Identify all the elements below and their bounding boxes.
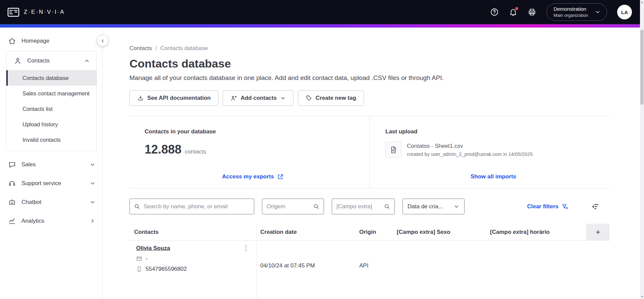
page-subtitle: Manage all of your contacts database in … xyxy=(129,74,609,82)
show-all-imports-link[interactable]: Show all imports xyxy=(471,173,516,180)
sidebar-item-contacts-database[interactable]: Contacts database xyxy=(6,70,97,86)
contact-email: - xyxy=(146,255,148,262)
scrollbar-down-arrow[interactable]: ▼ xyxy=(640,295,644,298)
topbar: Z·E·N·V·I·A xyxy=(0,0,640,24)
line-chart-icon xyxy=(8,217,16,225)
campo-extra-horario-cell xyxy=(487,241,586,299)
organization-subtitle: Main organization xyxy=(553,13,588,18)
filter-columns-icon[interactable] xyxy=(591,203,599,211)
creation-date-select[interactable]: Data de cria... xyxy=(402,199,465,214)
chat-bubble-icon xyxy=(8,161,16,169)
column-header-creation-date[interactable]: Creation date xyxy=(257,224,354,240)
sidebar-item-contacts-list[interactable]: Contacts list xyxy=(6,101,97,117)
breadcrumb-parent[interactable]: Contacts xyxy=(129,45,152,52)
search-icon xyxy=(384,203,390,210)
search-icon xyxy=(313,203,319,210)
create-new-tag-button[interactable]: Create new tag xyxy=(298,90,364,106)
link-label: Access my exports xyxy=(222,173,274,180)
sidebar-group-contacts: Contacts Contacts database Sales contact… xyxy=(6,51,97,151)
last-upload-card: Last upload Contatos - Sheet1.csv create… xyxy=(369,116,609,188)
contact-cell: Olivia Souza ⋮ - xyxy=(129,241,257,299)
contacts-person-icon xyxy=(14,57,22,65)
button-label: See API documentation xyxy=(147,95,211,101)
sidebar-item-homepage[interactable]: Homepage xyxy=(0,32,102,50)
extra-field-input[interactable] xyxy=(336,203,381,210)
contacts-table: Contacts Creation date Origin [Campo ext… xyxy=(129,224,609,299)
clear-filters-link[interactable]: Clear filters xyxy=(527,203,568,210)
sidebar-item-sales[interactable]: Sales xyxy=(0,155,102,174)
button-label: Add contacts xyxy=(240,95,277,101)
scrollbar-up-arrow[interactable]: ▲ xyxy=(640,1,644,4)
breadcrumb-separator: / xyxy=(155,45,157,52)
contacts-count: 12.888 xyxy=(145,142,181,157)
zenvia-logo-icon xyxy=(7,8,19,17)
extra-field-filter[interactable] xyxy=(332,199,395,214)
add-column-button[interactable]: + xyxy=(586,224,609,240)
chevron-down-icon xyxy=(595,9,601,15)
envelope-icon xyxy=(136,256,142,262)
page-title: Contacts database xyxy=(129,57,609,70)
main-content: Contacts / Contacts database Contacts da… xyxy=(103,28,640,299)
add-user-icon xyxy=(230,95,237,101)
filters-row: Data de cria... Clear filters xyxy=(129,199,609,214)
button-label: Create new tag xyxy=(316,95,356,101)
app-window: Z·E·N·V·I·A xyxy=(0,0,640,299)
sidebar-item-contacts[interactable]: Contacts xyxy=(6,51,97,70)
chevron-down-icon xyxy=(90,162,96,168)
sidebar-item-analytics[interactable]: Analytics xyxy=(0,212,102,230)
breadcrumb-current: Contacts database xyxy=(160,45,208,52)
chevron-up-icon xyxy=(84,58,90,64)
add-contacts-button[interactable]: Add contacts xyxy=(223,90,293,106)
row-kebab-menu-icon[interactable]: ⋮ xyxy=(241,244,251,252)
headset-icon xyxy=(8,179,16,187)
window-scrollbar[interactable]: ▲ ▼ xyxy=(640,0,644,299)
notifications-bell-icon[interactable] xyxy=(509,8,518,16)
campo-extra-sexo-cell xyxy=(393,241,487,299)
sidebar-label: Homepage xyxy=(21,38,49,44)
sidebar-item-support-service[interactable]: Support service xyxy=(0,174,102,193)
access-my-exports-link[interactable]: Access my exports xyxy=(222,173,284,180)
zenvia-brand[interactable]: Z·E·N·V·I·A xyxy=(7,8,65,17)
contact-search-field[interactable] xyxy=(129,199,254,214)
select-label: Data de cria... xyxy=(408,203,443,210)
link-label: Show all imports xyxy=(471,173,516,180)
creation-date-cell: 04/10/24 at 07:45 PM xyxy=(257,241,354,299)
organization-selector[interactable]: Demonstration Main organization xyxy=(546,3,607,21)
see-api-documentation-button[interactable]: See API documentation xyxy=(129,90,218,106)
link-label: Clear filters xyxy=(527,203,558,210)
sidebar-item-chatbot[interactable]: Chatbot xyxy=(0,193,102,212)
column-header-campo-extra-horario[interactable]: [Campo extra] horário xyxy=(487,224,586,240)
printer-icon[interactable] xyxy=(528,8,536,16)
organization-name: Demonstration xyxy=(553,6,588,12)
brand-text: Z·E·N·V·I·A xyxy=(24,9,65,15)
export-icon xyxy=(277,173,284,180)
column-header-contacts[interactable]: Contacts xyxy=(129,224,257,240)
search-input[interactable] xyxy=(144,203,250,210)
origin-filter-field[interactable] xyxy=(262,199,324,214)
contacts-count-unit: contacts xyxy=(185,148,206,155)
file-icon xyxy=(385,142,401,158)
sidebar-collapse-button[interactable]: ‹ xyxy=(97,35,108,46)
user-avatar[interactable]: LA xyxy=(617,5,632,19)
api-doc-icon xyxy=(137,95,144,101)
contact-email-line: - xyxy=(136,255,253,262)
robot-icon xyxy=(8,198,16,206)
breadcrumb: Contacts / Contacts database xyxy=(129,45,609,52)
sidebar-item-invalid-contacts[interactable]: Invalid contacts xyxy=(6,132,97,147)
upload-meta: created by user_admin_2_prod@uorak.com i… xyxy=(407,152,533,157)
sidebar-item-sales-contact-management[interactable]: Sales contact management xyxy=(6,86,97,101)
origin-cell: API xyxy=(354,241,393,299)
stats-band: Contacts in your database 12.888 contact… xyxy=(129,116,609,188)
column-header-origin[interactable]: Origin xyxy=(354,224,393,240)
sidebar-item-upload-history[interactable]: Upload history xyxy=(6,117,97,132)
chevron-right-icon xyxy=(90,218,96,224)
funnel-clear-icon xyxy=(561,203,568,210)
scrollbar-thumb[interactable] xyxy=(640,30,644,105)
contact-name-link[interactable]: Olivia Souza xyxy=(136,245,170,251)
origin-input[interactable] xyxy=(267,203,310,210)
column-header-campo-extra-sexo[interactable]: [Campo extra] Sexo xyxy=(393,224,487,240)
brand-gradient-bar xyxy=(0,24,640,28)
topbar-actions: Demonstration Main organization LA xyxy=(490,3,632,21)
sidebar-label: Contacts xyxy=(27,57,50,64)
help-icon[interactable] xyxy=(490,8,499,16)
